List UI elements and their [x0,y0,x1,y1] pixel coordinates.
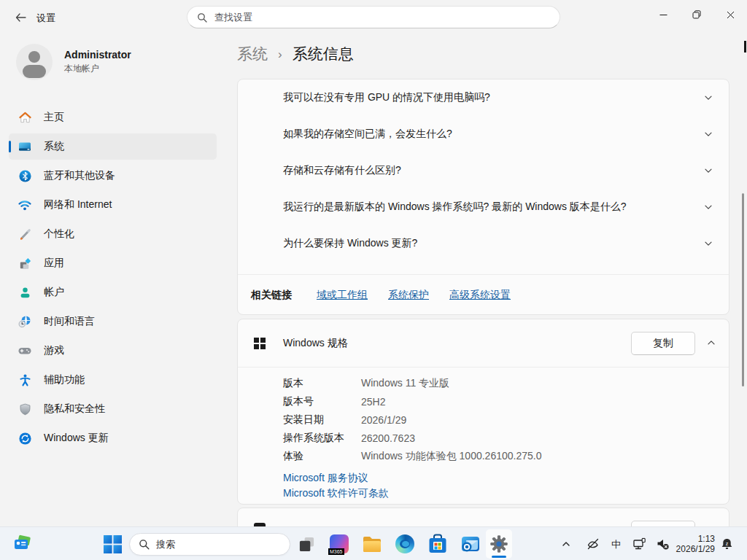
bluetooth-icon [18,168,32,183]
titlebar: 设置 查找设置 [0,0,747,35]
breadcrumb-separator-icon: › [278,46,282,62]
spec-row-os-build: 操作系统版本 26200.7623 [283,429,729,447]
faq-item-cloud-storage[interactable]: 存储和云存储有什么区别? [238,152,729,189]
link-domain-workgroup[interactable]: 域或工作组 [317,289,368,302]
tray-hidden-indicator[interactable] [586,537,600,551]
tray-chevron-up-button[interactable] [560,538,572,550]
sidebar-item-gaming[interactable]: 游戏 [9,338,217,364]
faq-item-storage-full[interactable]: 如果我的存储空间已满，会发生什么? [238,116,729,152]
tray-volume-button[interactable] [655,537,670,551]
sidebar-item-home[interactable]: 主页 [9,104,217,131]
bell-dnd-icon: z [720,537,734,551]
link-license-terms[interactable]: Microsoft 软件许可条款 [283,486,389,501]
minimize-button[interactable] [646,0,680,29]
faq-item-keep-updated[interactable]: 为什么要保持 Windows 更新? [238,225,729,262]
active-app-indicator [492,556,506,558]
tray-clock[interactable]: 1:13 2026/1/29 [676,534,715,554]
volume-muted-icon [656,537,670,551]
restore-icon [692,10,701,19]
settings-app-button[interactable] [486,529,512,559]
file-explorer-button[interactable] [362,534,382,553]
close-icon [727,11,735,19]
sidebar-item-system[interactable]: 系统 [9,133,217,160]
faq-item-latest-version[interactable]: 我运行的是最新版本的 Windows 操作系统吗? 最新的 Windows 版本… [238,189,729,225]
chevron-up-icon[interactable] [707,338,716,347]
settings-gear-icon [489,534,508,553]
microsoft-store-button[interactable] [428,534,447,554]
chevron-down-icon[interactable] [704,166,713,175]
m365-badge: M365 [328,548,344,555]
sidebar-item-accounts[interactable]: 帐户 [9,279,217,306]
windows-spec-body: 版本 Windows 11 专业版 版本号 25H2 安装日期 2026/1/2… [238,368,729,501]
file-explorer-icon [362,535,382,553]
input-method-indicator[interactable]: 中 [611,538,621,551]
ethernet-network-icon [632,537,646,551]
start-icon [104,535,122,553]
scrollbar-thumb[interactable] [742,193,744,386]
link-system-protection[interactable]: 系统保护 [388,289,429,302]
windows-spec-card: Windows 规格 复制 版本 Windows 11 专业版 版本号 25H2… [237,319,729,505]
sidebar-item-apps[interactable]: 应用 [9,250,217,276]
minimize-icon [659,11,667,19]
gaming-icon [18,343,32,358]
chevron-down-icon[interactable] [704,239,713,248]
m365-copilot-button[interactable]: M365 [330,534,349,553]
copy-button[interactable] [631,521,695,526]
home-icon [18,110,32,125]
personalization-icon [18,227,32,241]
breadcrumb-parent[interactable]: 系统 [237,44,268,64]
sidebar-item-privacy[interactable]: 隐私和安全性 [9,396,217,422]
chevron-down-icon[interactable] [704,93,713,102]
chevron-down-icon[interactable] [704,130,713,139]
clock-time: 1:13 [676,534,715,544]
main-content: 系统 › 系统信息 我可以在没有专用 GPU 的情况下使用电脑吗? 如果我的存储… [233,35,747,526]
widgets-icon [12,534,33,553]
windows-update-icon [18,431,32,446]
avatar [16,44,53,80]
taskbar: 搜索 M365 中 1:13 [0,526,747,560]
spec-row-version: 版本号 25H2 [283,392,729,411]
apps-icon [18,256,32,271]
back-arrow-icon [15,13,26,22]
back-button[interactable] [9,9,32,26]
spec-row-installed-on: 安装日期 2026/1/29 [283,411,729,429]
sidebar-item-personalization[interactable]: 个性化 [9,221,217,247]
restore-button[interactable] [680,0,713,29]
faq-card: 我可以在没有专用 GPU 的情况下使用电脑吗? 如果我的存储空间已满，会发生什么… [237,79,729,315]
accounts-icon [18,285,32,300]
next-section-card[interactable] [237,508,729,526]
settings-search-input[interactable]: 查找设置 [187,6,560,28]
clock-date: 2026/1/29 [676,544,715,554]
account-block[interactable]: Administrator 本地帐户 [16,44,131,80]
breadcrumb: 系统 › 系统信息 [237,44,354,64]
sidebar-item-time-language[interactable]: 时间和语言 [9,308,217,335]
outlook-button[interactable] [461,534,480,553]
microsoft-store-icon [428,534,447,554]
sidebar-item-accessibility[interactable]: 辅助功能 [9,367,217,393]
faq-item-gpu[interactable]: 我可以在没有专用 GPU 的情况下使用电脑吗? [238,79,729,116]
account-name: Administrator [64,49,131,61]
tray-network-button[interactable] [632,537,646,551]
related-links-label: 相关链接 [251,289,292,302]
task-view-icon [298,536,315,553]
copy-button[interactable]: 复制 [631,332,695,355]
sidebar-item-windows-update[interactable]: Windows 更新 [9,425,217,451]
page-title: 系统信息 [293,44,354,64]
windows-spec-header[interactable]: Windows 规格 复制 [238,319,729,367]
sidebar-item-network[interactable]: 网络和 Internet [9,192,217,218]
task-view-button[interactable] [298,535,315,553]
sidebar-item-bluetooth[interactable]: 蓝牙和其他设备 [9,163,217,189]
link-advanced-system-settings[interactable]: 高级系统设置 [449,289,511,302]
network-icon [18,198,32,212]
notification-bell-button[interactable]: z [719,537,734,551]
start-button[interactable] [103,534,122,553]
scrollbar-thumb-top[interactable] [744,41,746,52]
close-button[interactable] [713,0,747,29]
related-links-row: 相关链接 域或工作组 系统保护 高级系统设置 [238,274,729,315]
link-services-agreement[interactable]: Microsoft 服务协议 [283,470,368,486]
chevron-down-icon[interactable] [704,203,713,211]
taskbar-search-input[interactable]: 搜索 [129,533,290,556]
svg-text:z: z [725,540,728,545]
widgets-button[interactable] [12,534,34,554]
edge-button[interactable] [395,534,414,553]
